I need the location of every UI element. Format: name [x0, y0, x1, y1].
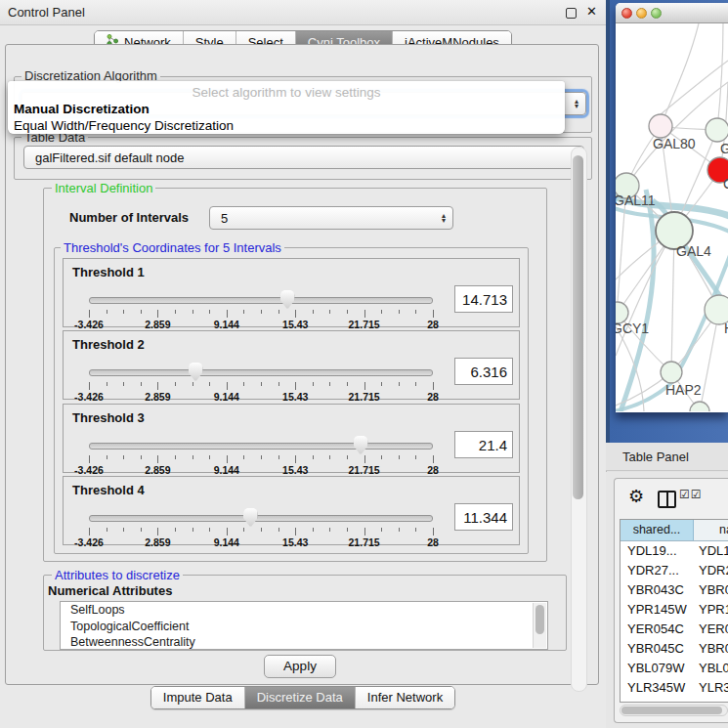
table-row[interactable]: YLR345WYLR3 [621, 678, 728, 698]
gear-icon[interactable]: ⚙ [628, 486, 644, 507]
network-node[interactable] [649, 114, 672, 138]
slider-thumb[interactable] [243, 508, 258, 527]
network-node[interactable] [706, 118, 728, 142]
slider-tick [433, 310, 434, 318]
table-row[interactable]: YIL052CYIL0 [621, 698, 728, 703]
slider-tick [329, 528, 330, 532]
slider-thumb[interactable] [189, 363, 203, 381]
slider-ticks [89, 310, 433, 319]
table-row[interactable]: YBL079WYBL0 [621, 659, 728, 678]
scrollbar-thumb[interactable] [573, 155, 583, 499]
tab-infer-network[interactable]: Infer Network [355, 687, 454, 708]
network-node[interactable] [661, 362, 682, 383]
threshold-2-value-field[interactable]: 6.316 [454, 358, 513, 385]
slider-track[interactable] [89, 297, 433, 304]
threshold-3-slider[interactable]: -3.4262.8599.14415.4321.71528 [89, 434, 433, 473]
table-row[interactable]: YER054CYER0 [621, 620, 728, 639]
column-header-shared-name[interactable]: shared... [621, 520, 694, 540]
network-canvas[interactable]: GAL80GACGAL11GAL4GCY1HHAP2 [616, 23, 728, 411]
table-row[interactable]: YPR145WYPR1 [621, 600, 728, 620]
cell-name: YDL1 [694, 541, 728, 561]
slider-tick [193, 382, 193, 386]
network-window-titlebar [616, 3, 728, 23]
slider-tick [399, 455, 400, 459]
minimize-traffic-light-icon[interactable] [636, 8, 647, 19]
table-row[interactable]: YDR27...YDR2 [621, 561, 728, 580]
slider-scale-labels: -3.4262.8599.14415.4321.71528 [89, 319, 433, 330]
number-of-intervals-combobox[interactable]: 5 ▴▾ [209, 206, 453, 230]
panel-title: Control Panel [8, 0, 85, 24]
slider-track[interactable] [89, 515, 433, 522]
algorithm-dropdown-popup: Select algorithm to view settings Manual… [8, 81, 565, 134]
tab-infer-network-label: Infer Network [367, 689, 443, 707]
slider-tick [89, 310, 90, 318]
list-item[interactable]: SelfLoops [61, 602, 547, 619]
numerical-attributes-list[interactable]: SelfLoops TopologicalCoefficient Between… [60, 601, 548, 650]
slider-tick [415, 528, 416, 532]
slider-tick [433, 455, 434, 463]
dropdown-option-equal-width-frequency[interactable]: Equal Width/Frequency Discretization [8, 117, 565, 134]
cell-shared-name: YER054C [621, 620, 694, 639]
close-icon[interactable]: ✕ [586, 4, 597, 19]
tab-discretize-data[interactable]: Discretize Data [244, 687, 355, 708]
slider-scale-label: 2.859 [145, 536, 170, 548]
slider-tick [278, 455, 279, 459]
zoom-traffic-light-icon[interactable] [651, 8, 662, 19]
node-attribute-table[interactable]: shared... name YDL19...YDL1YDR27...YDR2Y… [620, 519, 728, 703]
slider-track[interactable] [89, 369, 433, 376]
float-window-icon[interactable] [566, 8, 577, 19]
threshold-2-slider[interactable]: -3.4262.8599.14415.4321.71528 [89, 361, 433, 400]
stepper-icon: ▴▾ [575, 99, 578, 108]
list-item[interactable]: TopologicalCoefficient [61, 619, 547, 635]
columns-icon[interactable] [658, 491, 676, 508]
attributes-to-discretize-label: Attributes to discretize [52, 568, 183, 582]
slider-scale-label: 28 [427, 536, 439, 548]
slider-scale-label: 21.715 [349, 464, 380, 476]
attributes-to-discretize-group: Attributes to discretize Numerical Attri… [43, 575, 567, 651]
slider-tick [123, 310, 124, 314]
slider-thumb[interactable] [280, 290, 295, 309]
slider-tick [141, 310, 142, 314]
threshold-4-title: Threshold 4 [72, 483, 145, 497]
slider-tick [364, 455, 365, 463]
slider-scale-label: 15.43 [282, 391, 308, 403]
slider-scale-label: 28 [427, 391, 439, 403]
slider-ticks [89, 382, 433, 391]
slider-tick [433, 382, 434, 390]
table-row[interactable]: YDL19...YDL1 [621, 541, 728, 561]
slider-tick [415, 455, 416, 459]
list-item[interactable]: BetweennessCentrality [61, 634, 547, 650]
column-header-name[interactable]: name [694, 520, 728, 540]
table-row[interactable]: YBR045CYBR0 [621, 639, 728, 659]
slider-tick [364, 382, 365, 390]
list-vertical-scrollbar[interactable] [533, 603, 546, 648]
panel-vertical-scrollbar[interactable] [571, 147, 587, 692]
threshold-1-value-field[interactable]: 14.713 [454, 285, 513, 313]
scrollbar-thumb[interactable] [535, 605, 544, 634]
threshold-4-slider[interactable]: -3.4262.8599.14415.4321.71528 [89, 506, 433, 545]
threshold-4-value-field[interactable]: 11.344 [454, 503, 513, 531]
checkboxes-icon[interactable]: ☑☑ [679, 488, 703, 501]
dropdown-option-manual-discretization[interactable]: Manual Discretization [8, 101, 565, 117]
number-of-intervals-label: Number of Intervals [69, 210, 189, 225]
threshold-1-slider[interactable]: -3.4262.8599.14415.4321.71528 [89, 288, 433, 327]
slider-tick [329, 455, 330, 459]
tab-impute-data[interactable]: Impute Data [151, 687, 244, 708]
slider-tick [295, 382, 296, 390]
slider-tick [107, 528, 107, 532]
table-data-combobox[interactable]: galFiltered.sif default node ▴▾ [23, 146, 584, 169]
scrollbar-thumb[interactable] [621, 707, 722, 714]
close-traffic-light-icon[interactable] [621, 8, 632, 19]
cell-shared-name: YPR145W [621, 600, 694, 620]
slider-thumb[interactable] [354, 436, 368, 454]
slider-tick [175, 310, 176, 314]
table-horizontal-scrollbar[interactable] [620, 705, 728, 716]
slider-tick [329, 382, 330, 386]
apply-button[interactable]: Apply [264, 655, 336, 678]
threshold-3-value-field[interactable]: 21.4 [454, 431, 513, 458]
table-row[interactable]: YBR043CYBR0 [621, 580, 728, 600]
slider-tick [243, 382, 244, 386]
slider-track[interactable] [89, 443, 433, 450]
threshold-coordinates-group: Threshold's Coordinates for 5 Intervals … [54, 247, 529, 554]
dropdown-placeholder-option[interactable]: Select algorithm to view settings [8, 84, 565, 101]
